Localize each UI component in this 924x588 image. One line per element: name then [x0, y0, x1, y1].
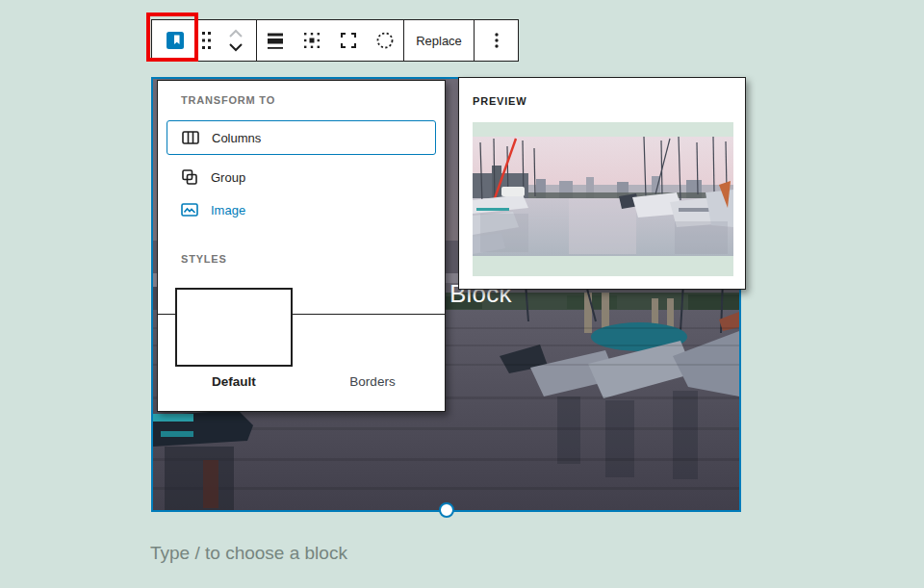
toolbar-group-options — [475, 20, 518, 61]
options-menu-button[interactable] — [475, 20, 518, 61]
block-toolbar: Replace — [151, 19, 519, 62]
transform-option-columns[interactable]: Columns — [167, 120, 436, 155]
move-up-button[interactable] — [222, 27, 249, 40]
preview-header: Preview — [473, 95, 526, 107]
full-height-toggle-button[interactable] — [330, 20, 367, 61]
style-preview-frame — [473, 122, 733, 276]
style-preview-popover: Preview — [458, 77, 746, 290]
next-block-placeholder[interactable]: Type / to choose a block — [150, 543, 347, 564]
image-block-icon — [178, 198, 201, 221]
duotone-filter-button[interactable] — [367, 20, 403, 61]
drag-handle-icon — [201, 30, 213, 51]
content-position-button[interactable] — [294, 20, 330, 61]
style-option-default-label: Default — [175, 374, 293, 389]
style-option-borders-label[interactable]: Borders — [312, 374, 433, 389]
toolbar-group-cover-tools — [257, 20, 404, 61]
group-block-icon — [178, 166, 201, 189]
style-option-default-preview[interactable] — [175, 288, 293, 367]
cover-resize-handle[interactable] — [439, 502, 454, 518]
cover-block-icon — [164, 29, 187, 52]
align-middle-icon — [264, 29, 287, 52]
preview-marina-image — [473, 137, 733, 256]
chevron-down-icon — [228, 42, 244, 52]
block-switcher-popover: Transform to Columns Group Image — [157, 80, 446, 412]
transform-option-label: Columns — [212, 131, 261, 145]
toolbar-group-block — [152, 20, 257, 61]
styles-header: Styles — [181, 253, 227, 265]
replace-button[interactable]: Replace — [404, 20, 474, 61]
duotone-filter-icon — [373, 29, 397, 52]
transform-option-group[interactable]: Group — [167, 162, 436, 192]
block-mover — [216, 20, 256, 61]
full-height-icon — [337, 29, 360, 52]
transform-option-image[interactable]: Image — [167, 194, 436, 225]
editor-canvas: Block — [0, 0, 924, 588]
transform-to-header: Transform to — [181, 94, 275, 106]
content-position-icon — [300, 29, 323, 52]
toolbar-group-replace: Replace — [404, 20, 475, 61]
transform-option-label: Group — [211, 170, 245, 185]
options-kebab-icon — [485, 29, 508, 52]
transform-option-label: Image — [211, 203, 245, 217]
move-down-button[interactable] — [222, 40, 249, 54]
chevron-up-icon — [228, 29, 244, 38]
vertical-align-button[interactable] — [257, 20, 294, 61]
cover-block-type-button[interactable] — [152, 20, 198, 61]
columns-block-icon — [179, 126, 202, 149]
drag-handle[interactable] — [198, 20, 216, 61]
